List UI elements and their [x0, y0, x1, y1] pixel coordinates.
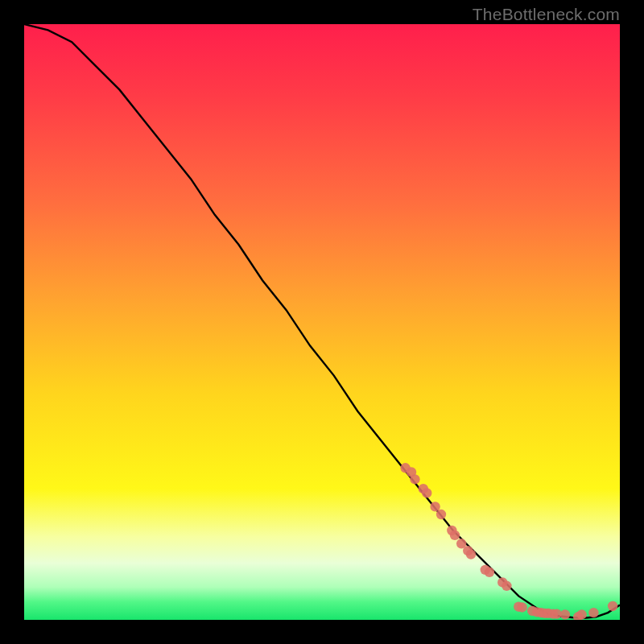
chart-overlay	[24, 24, 620, 620]
data-point	[502, 581, 511, 591]
data-point	[410, 474, 419, 484]
data-point	[576, 609, 586, 619]
data-point	[436, 510, 446, 519]
data-point	[485, 568, 494, 577]
bottleneck-curve	[24, 24, 620, 618]
data-point	[466, 549, 476, 559]
plot-area	[24, 24, 620, 620]
data-point	[450, 530, 460, 540]
watermark-text: TheBottleneck.com	[473, 5, 620, 24]
data-point	[422, 488, 431, 497]
data-point	[608, 601, 617, 611]
chart-stage: TheBottleneck.com	[0, 0, 644, 644]
data-point	[560, 609, 570, 619]
data-point	[517, 602, 526, 612]
data-point	[588, 608, 598, 617]
data-points-group	[400, 463, 617, 620]
